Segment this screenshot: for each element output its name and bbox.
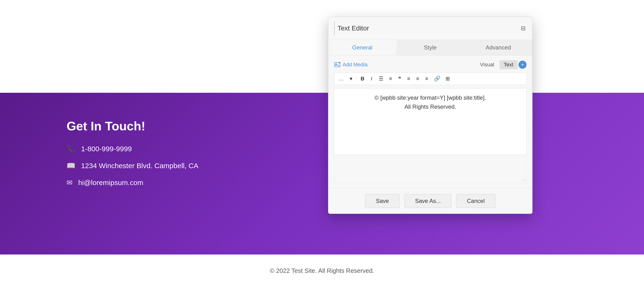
drag-handle[interactable] — [334, 21, 335, 36]
unordered-list-button[interactable]: ☰ — [376, 74, 386, 83]
blockquote-button[interactable]: ❝ — [395, 74, 404, 83]
italic-icon: I — [371, 76, 372, 82]
ellipsis-button[interactable]: … — [336, 74, 346, 83]
align-right-button[interactable]: ≡ — [422, 74, 431, 83]
tab-style[interactable]: Style — [396, 40, 464, 55]
table-icon: ⊞ — [446, 76, 450, 82]
bold-button[interactable]: B — [358, 74, 367, 83]
dropdown-arrow-icon: ▾ — [350, 76, 352, 82]
resize-handle-icon: ⤡ — [522, 178, 525, 182]
save-as-button[interactable]: Save As... — [404, 194, 452, 208]
address-icon: 📖 — [66, 161, 75, 170]
contact-title: Get In Touch! — [66, 119, 198, 133]
cancel-button[interactable]: Cancel — [456, 194, 496, 208]
blockquote-icon: ❝ — [398, 76, 401, 82]
editor-content-line1: © [wpbb site:year format=Y] [wpbb site:t… — [340, 93, 520, 102]
text-mode-tab[interactable]: Text — [500, 60, 518, 69]
contact-email: ✉ hi@loremipsum.com — [66, 178, 198, 187]
ellipsis-dropdown-button[interactable]: ▾ — [346, 74, 355, 83]
dialog-title-left: Text Editor — [334, 21, 369, 36]
address-text: 1234 Winchester Blvd. Campbell, CA — [81, 162, 198, 170]
media-icon — [334, 61, 341, 68]
unordered-list-icon: ☰ — [379, 76, 384, 82]
ordered-list-button[interactable]: ≡ — [386, 74, 395, 83]
align-right-icon: ≡ — [425, 76, 428, 82]
minimize-button[interactable]: ⊟ — [520, 26, 526, 31]
editor-area: Add Media Visual Text + … ▾ — [328, 55, 532, 188]
italic-button[interactable]: I — [367, 74, 376, 83]
visual-mode-tab[interactable]: Visual — [476, 60, 498, 69]
minimize-icon: ⊟ — [521, 25, 526, 32]
ordered-list-icon: ≡ — [389, 76, 392, 82]
link-button[interactable]: 🔗 — [432, 74, 443, 83]
contact-section: Get In Touch! 📞 1-800-999-9999 📖 1234 Wi… — [66, 119, 198, 195]
add-media-button[interactable]: Add Media — [334, 61, 368, 68]
align-center-button[interactable]: ≡ — [414, 74, 422, 83]
add-tab-button[interactable]: + — [518, 61, 526, 69]
dialog-title: Text Editor — [338, 25, 369, 32]
phone-text: 1-800-999-9999 — [81, 145, 132, 153]
text-editor-dialog: Text Editor ⊟ General Style Advanced — [328, 17, 532, 214]
contact-address: 📖 1234 Winchester Blvd. Campbell, CA — [66, 161, 198, 170]
email-text: hi@loremipsum.com — [78, 179, 143, 187]
editor-mode-tabs: Visual Text + — [476, 60, 526, 69]
editor-empty-area[interactable]: ⤡ — [334, 155, 526, 183]
tab-general[interactable]: General — [328, 40, 396, 55]
formatting-toolbar: … ▾ B I ☰ ≡ ❝ ≡ ≡ — [334, 73, 526, 85]
save-button[interactable]: Save — [365, 194, 400, 208]
toolbar-separator-1 — [356, 76, 357, 81]
editor-content-line2: All Rights Reserved. — [340, 102, 520, 111]
ellipsis-icon: … — [338, 76, 344, 82]
contact-phone: 📞 1-800-999-9999 — [66, 145, 198, 153]
footer-text: © 2022 Test Site. All Rights Reserved. — [270, 267, 374, 274]
editor-toolbar-top: Add Media Visual Text + — [334, 60, 526, 69]
email-icon: ✉ — [66, 178, 72, 187]
add-media-label: Add Media — [342, 62, 368, 68]
align-center-icon: ≡ — [416, 76, 419, 82]
plus-icon: + — [521, 62, 524, 68]
align-left-button[interactable]: ≡ — [404, 74, 413, 83]
dialog-titlebar: Text Editor ⊟ — [328, 17, 532, 40]
table-button[interactable]: ⊞ — [443, 74, 452, 83]
tab-advanced[interactable]: Advanced — [464, 40, 532, 55]
dialog-tabs: General Style Advanced — [328, 40, 532, 55]
align-left-icon: ≡ — [407, 76, 410, 82]
dialog-footer: Save Save As... Cancel — [328, 188, 532, 214]
editor-content[interactable]: © [wpbb site:year format=Y] [wpbb site:t… — [334, 88, 526, 155]
phone-icon: 📞 — [66, 145, 75, 153]
bold-icon: B — [361, 76, 364, 82]
link-icon: 🔗 — [434, 76, 440, 82]
page-footer: © 2022 Test Site. All Rights Reserved. — [0, 267, 644, 274]
